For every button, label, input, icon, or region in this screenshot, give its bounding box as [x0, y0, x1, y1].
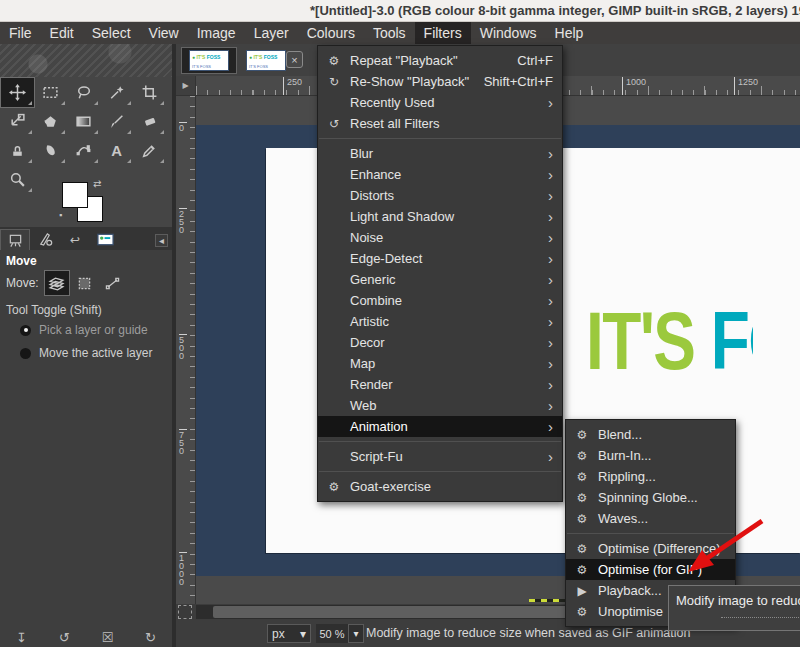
menu-item-web[interactable]: Web › — [318, 395, 562, 416]
vertical-ruler[interactable]: 0 250 500 750 1000 — [176, 96, 196, 604]
easel-icon — [8, 233, 23, 248]
move-path-mode-button[interactable] — [101, 271, 125, 295]
menu-item-recently-used[interactable]: Recently Used › — [318, 92, 562, 113]
pick-layer-radio-row[interactable]: Pick a layer or guide — [20, 323, 148, 337]
default-colors-icon[interactable]: ▪ — [59, 210, 62, 220]
transform-tool-button[interactable] — [1, 107, 34, 136]
filters-menu: ⚙ Repeat "Playback" Ctrl+F ↻ Re-Show "Pl… — [317, 45, 563, 502]
foreground-color-swatch[interactable] — [62, 182, 88, 208]
menu-item-rippling[interactable]: ⚙ Rippling... — [566, 466, 735, 487]
menubar-item-select[interactable]: Select — [83, 22, 140, 44]
move-tool-button[interactable] — [1, 78, 34, 107]
submenu-arrow-icon: › — [548, 271, 553, 288]
menubar-item-view[interactable]: View — [140, 22, 188, 44]
paths-tool-button[interactable] — [67, 136, 100, 165]
gradient-tool-button[interactable] — [67, 107, 100, 136]
menubar-item-layer[interactable]: Layer — [245, 22, 298, 44]
tab-image-thumbnail[interactable] — [90, 229, 120, 250]
menubar-item-filters[interactable]: Filters — [415, 22, 471, 44]
menu-item-noise[interactable]: Noise › — [318, 227, 562, 248]
menu-item-reshow-playback[interactable]: ↻ Re-Show "Playback" Shift+Ctrl+F — [318, 71, 562, 92]
restore-preset-icon[interactable]: ↺ — [56, 630, 74, 645]
menu-item-optimise-for-gif[interactable]: ⚙ Optimise (for GIF) — [566, 559, 735, 580]
menu-item-reset-all-filters[interactable]: ↺ Reset all Filters — [318, 113, 562, 134]
submenu-arrow-icon: › — [548, 229, 553, 246]
menubar-item-colours[interactable]: Colours — [298, 22, 364, 44]
bucket-fill-tool-button[interactable] — [34, 107, 67, 136]
menu-item-artistic[interactable]: Artistic › — [318, 311, 562, 332]
menu-item-light-and-shadow[interactable]: Light and Shadow › — [318, 206, 562, 227]
toolbox: A ⇄ ▪ — [0, 44, 172, 227]
menu-item-enhance[interactable]: Enhance › — [318, 164, 562, 185]
crop-tool-button[interactable] — [133, 78, 166, 107]
menubar-item-help[interactable]: Help — [546, 22, 593, 44]
chevron-down-icon: ▾ — [300, 627, 306, 641]
tool-options-dock: ↩ ◂ Move Move: — [0, 227, 172, 647]
radio-selected-icon[interactable] — [20, 325, 31, 336]
gear-icon: ⚙ — [573, 428, 591, 442]
menu-item-render[interactable]: Render › — [318, 374, 562, 395]
menu-item-map[interactable]: Map › — [318, 353, 562, 374]
move-selection-mode-button[interactable] — [73, 271, 97, 295]
quick-mask-toggle[interactable] — [178, 605, 192, 619]
menubar-item-tools[interactable]: Tools — [364, 22, 415, 44]
zoom-level-field[interactable]: 50 % — [316, 624, 348, 643]
save-preset-icon[interactable]: ↧ — [13, 630, 31, 645]
unit-select[interactable]: px ▾ — [267, 624, 311, 643]
clone-tool-button[interactable] — [1, 136, 34, 165]
eraser-tool-button[interactable] — [133, 107, 166, 136]
menu-item-blend[interactable]: ⚙ Blend... — [566, 424, 735, 445]
menubar-item-file[interactable]: File — [0, 22, 41, 44]
menubar-item-image[interactable]: Image — [188, 22, 245, 44]
menu-item-optimise-difference[interactable]: ⚙ Optimise (Difference) — [566, 538, 735, 559]
image-tab-1[interactable]: ● IT'S FOSS IT'S FOSS — [181, 47, 237, 74]
menu-item-generic[interactable]: Generic › — [318, 269, 562, 290]
ruler-corner-button[interactable]: ▶ — [176, 76, 196, 96]
reset-preset-icon[interactable]: ↻ — [142, 630, 160, 645]
submenu-arrow-icon: › — [548, 187, 553, 204]
dock-collapse-button[interactable]: ◂ — [155, 234, 168, 247]
menu-item-edge-detect[interactable]: Edge-Detect › — [318, 248, 562, 269]
submenu-arrow-icon: › — [548, 355, 553, 372]
gear-icon: ⚙ — [573, 605, 591, 619]
menu-item-distorts[interactable]: Distorts › — [318, 185, 562, 206]
menu-item-repeat-playback[interactable]: ⚙ Repeat "Playback" Ctrl+F — [318, 50, 562, 71]
swap-colors-icon[interactable]: ⇄ — [93, 178, 101, 189]
move-layer-mode-button[interactable] — [45, 271, 69, 295]
image-tab-2[interactable]: ● IT'S FOSS IT'S FOSS — [243, 47, 289, 74]
menu-item-combine[interactable]: Combine › — [318, 290, 562, 311]
close-tab-button[interactable]: × — [286, 51, 303, 68]
menu-item-blur[interactable]: Blur › — [318, 143, 562, 164]
paintbrush-tool-button[interactable] — [100, 107, 133, 136]
move-active-layer-radio-row[interactable]: Move the active layer — [20, 346, 152, 360]
tab-undo-history[interactable]: ↩ — [60, 229, 90, 250]
menu-item-animation[interactable]: Animation › — [318, 416, 562, 437]
delete-preset-icon[interactable]: ☒ — [99, 630, 117, 645]
tab-tool-options[interactable] — [0, 229, 30, 250]
zoom-dropdown-button[interactable]: ▾ — [348, 624, 364, 643]
gear-icon: ⚙ — [573, 563, 591, 577]
menu-item-waves[interactable]: ⚙ Waves... — [566, 508, 735, 529]
menu-item-decor[interactable]: Decor › — [318, 332, 562, 353]
menubar-item-windows[interactable]: Windows — [471, 22, 546, 44]
text-tool-button[interactable]: A — [100, 136, 133, 165]
vruler-label-1000: 1000 — [179, 552, 187, 586]
menu-item-goat-exercise[interactable]: ⚙ Goat-exercise — [318, 476, 562, 497]
menu-item-script-fu[interactable]: Script-Fu › — [318, 446, 562, 467]
tab-device-status[interactable] — [30, 229, 60, 250]
submenu-arrow-icon: › — [548, 145, 553, 162]
menubar-item-edit[interactable]: Edit — [41, 22, 83, 44]
free-select-tool-button[interactable] — [67, 78, 100, 107]
zoom-tool-button[interactable] — [1, 165, 34, 194]
smudge-tool-button[interactable] — [34, 136, 67, 165]
text-icon: A — [108, 142, 125, 159]
menu-item-burn-in[interactable]: ⚙ Burn-In... — [566, 445, 735, 466]
menu-item-spinning-globe[interactable]: ⚙ Spinning Globe... — [566, 487, 735, 508]
status-message: Modify image to reduce size when saved a… — [366, 626, 690, 640]
radio-unselected-icon[interactable] — [20, 348, 31, 359]
fuzzy-select-tool-button[interactable] — [100, 78, 133, 107]
color-picker-tool-button[interactable] — [133, 136, 166, 165]
svg-text:A: A — [111, 143, 122, 159]
rectangle-select-tool-button[interactable] — [34, 78, 67, 107]
window-title: *[Untitled]-3.0 (RGB colour 8-bit gamma … — [310, 3, 800, 18]
